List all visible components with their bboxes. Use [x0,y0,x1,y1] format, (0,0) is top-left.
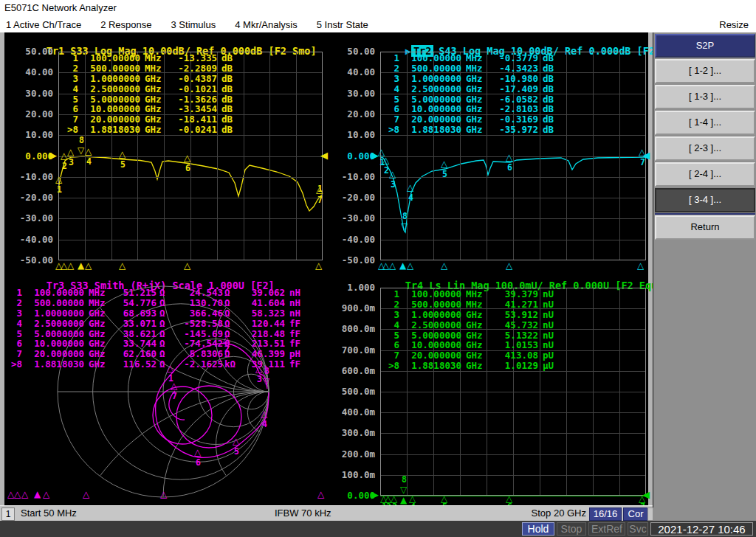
menu-item-5[interactable]: 5 Instr State [317,19,368,30]
tr1-cell-v: -1.3626 [170,94,217,105]
tr1-marker-4-label: 4 [86,157,92,166]
tr2-ylabel-6: -10.00 [328,171,375,182]
tr3-cell-u3: fF [285,359,307,370]
tr3-cell-u1: Ω [157,349,171,359]
tr4-ylabel-7: 300.0m [328,427,375,438]
tr2-ylabel-4: 10.00 [328,129,375,140]
tr4-cell-fu: GHz [461,310,491,320]
tr3-cell-fu: MHz [84,288,114,298]
tr2-marker-row-3: 31.0000000GHz-10.980dB [385,74,563,84]
ifbw-value: IFBW 70 kHz [275,507,363,519]
tr4-marker-row-1: 1100.00000MHz39.379nU [385,289,563,299]
tr3-cell-n: 4 [7,319,22,329]
softkey-button-1-4[interactable]: [ 1-4 ]... [655,111,755,135]
tr4-cell-f: 500.00000 [399,299,461,310]
tr3-cell-n: 6 [7,339,22,349]
tr1-marker-8-icon: ▽ [78,146,84,155]
menu-item-3[interactable]: 3 Stimulus [171,19,216,30]
tr4-ylabel-6: 400.0m [328,406,375,418]
tr1-ref-level-arrow-icon: ▶ [49,150,57,160]
datetime-display: 2021-12-27 10:46 [650,522,753,536]
return-button[interactable]: Return [655,215,755,240]
tr4-cell-f: 2.5000000 [399,320,461,330]
tr4-cell-vu: nU [538,289,563,299]
softkey-menu-title: S2P [655,34,755,58]
tr3-stimulus-marker-icon: △ [21,490,28,499]
tr4-cell-v: 413.08 [491,350,538,361]
tr4-marker-row-6: 610.000000GHz1.0153nU [385,340,563,350]
tr4-cell-n: 5 [385,330,399,341]
tr1-marker-5-icon: △ [119,150,126,159]
title-bar: E5071C Network Analyzer [0,0,756,16]
tr3-cell-v3: 39.062 [239,288,285,298]
softkey-button-2-3[interactable]: [ 2-3 ]... [655,136,755,161]
tr1-marker-row-6: 610.000000GHz-3.3454dB [63,104,242,114]
tr1-marker-row-7: 720.000000GHz-18.411dB [63,114,242,125]
tr3-cell-u1: Ω [157,308,171,319]
tr2-marker-row-2: 2500.00000MHz-4.3423dB [385,63,563,74]
tr2-marker-row-6: 610.000000GHz-2.8103dB [385,104,563,114]
tr2-ylabel-9: -40.00 [328,234,375,245]
tr4-cell-v: 53.912 [491,310,538,320]
tr1-cell-v: -13.335 [170,53,217,63]
stop-frequency: Stop 20 GHz [526,507,586,519]
softkey-button-1-2[interactable]: [ 1-2 ]... [655,59,755,83]
menu-item-4[interactable]: 4 Mkr/Analysis [235,19,298,30]
tr3-cell-f: 10.000000 [22,339,84,349]
softkey-button-2-4[interactable]: [ 2-4 ]... [655,162,755,187]
tr3-cell-u1: Ω [157,288,171,298]
tr1-ylabel-9: -40.00 [6,234,53,245]
menu-item-2[interactable]: 2 Response [100,19,151,30]
tr1-cell-fu: GHz [140,84,170,94]
tr1-cell-n: >8 [63,125,78,135]
tr1-marker-row-4: 42.5000000GHz-0.1021dB [63,84,242,94]
tr4-marker-table: 1100.00000MHz39.379nU2500.00000MHz41.271… [385,289,563,371]
tr4-cell-vu: nU [538,340,563,350]
tr3-stimulus-marker-icon: △ [14,490,21,499]
tr1-ylabel-6: -10.00 [6,171,53,182]
tr4-cell-fu: MHz [461,299,491,310]
softkey-button-1-3[interactable]: [ 1-3 ]... [655,85,755,109]
tr2-ylabel-0: 50.00 [328,46,375,57]
tr4-cell-n: 6 [385,340,399,350]
tr2-cell-fu: GHz [461,84,491,94]
tr4-cell-v: 5.1322 [491,330,538,341]
tr2-stimulus-marker-icon: △ [382,261,389,270]
menu-resize[interactable]: Resize [719,19,756,30]
tr1-stimulus-marker-icon: △ [85,261,92,270]
tr2-stimulus-marker-icon: △ [407,261,413,270]
menu-item-1[interactable]: 1 Active Ch/Trace [6,19,81,30]
tr4-ylabel-2: 800.0m [328,323,375,334]
softkey-button-3-4[interactable]: [ 3-4 ]... [655,188,755,212]
tr2-cell-fu: GHz [461,114,491,125]
tr4-cell-n: 7 [385,350,399,361]
tr4-cell-fu: MHz [461,289,491,299]
tr1-cell-v: -3.3454 [170,104,217,114]
tr3-marker-7-icon: △ [171,381,177,390]
tr3-cell-f: 5.0000000 [22,329,84,339]
tr3-cell-u1: Ω [157,339,171,349]
tr4-ylabel-4: 600.0m [328,365,375,376]
tr1-cell-vu: dB [217,104,242,114]
tr2-marker-8-icon: ▽ [401,222,408,231]
tr2-marker-4-icon: △ [407,183,413,192]
tr3-cell-v2: 130.70 [171,298,223,308]
tr1-marker-8-label: 8 [79,136,84,145]
tr2-stimulus-marker-icon: ▲ [399,261,406,270]
tr1-stimulus-marker-icon: △ [184,261,190,270]
tr1-marker-3-label: 3 [69,158,74,167]
tr3-marker-row-3: 31.0000000GHz68.693Ω366.46Ω58.323nH [7,308,307,319]
tr4-cell-fu: GHz [461,361,491,371]
correction-badge: Cor [623,507,648,521]
tr3-marker-8-icon: ▽ [263,377,269,386]
tr2-cell-f: 5.0000000 [399,94,461,105]
tr1-marker-4-icon: △ [85,147,92,156]
tr2-cell-v: -2.8103 [491,104,538,114]
tr3-cell-u2: Ω [223,298,239,308]
tr1-marker-row-3: 31.0000000GHz-0.4387dB [63,74,242,84]
tr3-cell-f: 100.00000 [22,288,84,298]
tr4-cell-fu: GHz [461,330,491,341]
tr1-ylabel-7: -20.00 [6,192,53,203]
tr2-stimulus-marker-icon: △ [441,261,447,270]
tr4-ylabel-5: 500.0m [328,386,375,397]
